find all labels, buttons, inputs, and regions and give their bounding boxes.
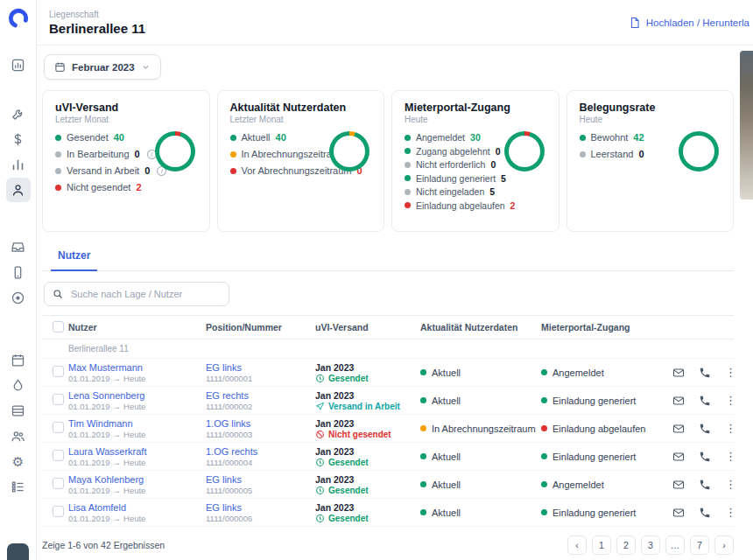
kebab-menu-icon[interactable]: ⋮ — [725, 367, 736, 378]
status-dot — [420, 481, 426, 487]
kebab-menu-icon[interactable]: ⋮ — [725, 479, 736, 490]
nav-calendar-icon[interactable] — [6, 347, 31, 372]
position-link[interactable]: 1.OG rechts — [206, 446, 257, 457]
search-box[interactable] — [44, 282, 229, 306]
status-dot — [230, 151, 236, 158]
card-subtitle: Letzter Monat — [55, 115, 197, 124]
email-icon[interactable] — [672, 423, 685, 435]
status-dot — [420, 369, 426, 375]
table-row[interactable]: Laura Wasserkraft 01.01.2019→Heute 1.OG … — [42, 443, 734, 471]
position-link[interactable]: EG links — [206, 362, 242, 373]
stat-item: Nicht eingeladen5 — [405, 186, 546, 197]
nav-tasks-icon[interactable] — [6, 474, 31, 499]
tenant-name-link[interactable]: Lena Sonnenberg — [68, 390, 144, 401]
stat-cards: uVI-Versand Letzter Monat Gesendet40 In … — [42, 90, 734, 232]
tab-bar: Nutzer — [42, 242, 734, 271]
row-checkbox[interactable] — [53, 450, 64, 461]
status-dot — [230, 135, 236, 141]
nav-devices-icon[interactable] — [6, 260, 31, 284]
col-aktualitaet: Aktualität Nutzerdaten — [420, 322, 541, 332]
email-icon[interactable] — [672, 395, 685, 407]
email-icon[interactable] — [672, 479, 685, 491]
phone-icon[interactable] — [699, 423, 711, 435]
email-icon[interactable] — [672, 451, 685, 463]
nav-table-icon[interactable] — [6, 398, 31, 423]
email-icon[interactable] — [672, 367, 685, 379]
table-header: Nutzer Position/Nummer uVI-Versand Aktua… — [42, 315, 734, 340]
phone-icon[interactable] — [699, 451, 711, 463]
next-page-button[interactable]: › — [714, 536, 734, 555]
row-checkbox[interactable] — [53, 506, 64, 517]
page-button[interactable]: 2 — [616, 536, 636, 555]
tenant-name-link[interactable]: Maya Kohlenberg — [68, 474, 144, 485]
table-row[interactable]: Lisa Atomfeld 01.01.2019→Heute EG links … — [42, 499, 734, 527]
status-dot — [541, 397, 547, 403]
nav-analytics-icon[interactable] — [6, 152, 31, 177]
upload-download-link[interactable]: Hochladen / Herunterla — [629, 17, 749, 29]
table-row[interactable]: Tim Windmann 01.01.2019→Heute 1.OG links… — [42, 415, 734, 443]
phone-icon[interactable] — [699, 395, 711, 407]
row-checkbox[interactable] — [53, 478, 64, 489]
status-dot — [405, 162, 411, 168]
card-mieterportal: Mieterportal-Zugang Heute Angemeldet30 Z… — [391, 90, 559, 232]
status-dot — [420, 397, 426, 403]
tenant-name-link[interactable]: Max Mustermann — [68, 362, 143, 373]
page-button[interactable]: 3 — [641, 536, 660, 555]
status-dot — [55, 168, 61, 174]
nav-tenants-icon[interactable] — [6, 424, 31, 448]
prev-page-button[interactable]: ‹ — [567, 536, 587, 555]
phone-icon[interactable] — [699, 479, 711, 491]
app-logo[interactable] — [7, 7, 30, 30]
arrow-right-icon: → — [113, 514, 122, 523]
table-footer: Zeige 1-6 von 42 Ergebnissen ‹ 1 2 3 … 7… — [42, 536, 734, 555]
nav-settings-icon[interactable]: ⚙ — [6, 449, 31, 473]
status-dot — [580, 151, 586, 158]
send-icon — [315, 402, 325, 411]
row-checkbox[interactable] — [53, 394, 64, 405]
card-subtitle: Heute — [580, 115, 721, 124]
phone-icon[interactable] — [699, 367, 711, 379]
nav-water-icon[interactable] — [6, 373, 31, 397]
status-dot — [580, 135, 586, 141]
table-row[interactable]: Max Mustermann 01.01.2019→Heute EG links… — [42, 359, 734, 387]
row-checkbox[interactable] — [53, 366, 64, 377]
search-input[interactable] — [69, 288, 221, 300]
email-icon[interactable] — [672, 507, 685, 519]
status-dot — [55, 151, 61, 158]
nav-meters-icon[interactable] — [6, 285, 31, 310]
nav-tools-icon[interactable] — [6, 102, 31, 126]
donut-chart — [679, 131, 719, 172]
tab-nutzer[interactable]: Nutzer — [51, 242, 97, 271]
chat-launcher[interactable] — [7, 543, 29, 560]
nav-billing-icon[interactable] — [6, 127, 31, 151]
status-dot — [541, 369, 547, 375]
col-nutzer: Nutzer — [68, 322, 206, 332]
month-filter-button[interactable]: Februar 2023 — [44, 54, 161, 80]
page-button[interactable]: 1 — [592, 536, 611, 555]
position-link[interactable]: EG links — [206, 474, 242, 485]
kebab-menu-icon[interactable]: ⋮ — [725, 451, 736, 462]
tenant-name-link[interactable]: Tim Windmann — [68, 418, 133, 429]
select-all-checkbox[interactable] — [53, 321, 64, 332]
page-button[interactable]: 7 — [690, 536, 709, 555]
kebab-menu-icon[interactable]: ⋮ — [725, 423, 736, 434]
clock-icon — [315, 514, 325, 523]
status-dot — [55, 185, 61, 191]
status-dot — [541, 481, 547, 487]
property-photo-sliver — [740, 51, 753, 200]
table-row[interactable]: Lena Sonnenberg 01.01.2019→Heute EG rech… — [42, 387, 734, 415]
position-link[interactable]: EG rechts — [206, 390, 249, 401]
position-link[interactable]: 1.OG links — [206, 418, 250, 429]
tenant-name-link[interactable]: Lisa Atomfeld — [68, 502, 126, 513]
table-row[interactable]: Maya Kohlenberg 01.01.2019→Heute EG link… — [42, 471, 734, 499]
position-link[interactable]: EG links — [206, 502, 242, 513]
phone-icon[interactable] — [699, 507, 711, 519]
nav-users-icon[interactable] — [6, 178, 31, 202]
status-dot — [541, 509, 547, 515]
tenant-name-link[interactable]: Laura Wasserkraft — [68, 446, 146, 457]
nav-dashboard-icon[interactable] — [6, 52, 31, 77]
row-checkbox[interactable] — [53, 422, 64, 433]
kebab-menu-icon[interactable]: ⋮ — [725, 507, 736, 518]
kebab-menu-icon[interactable]: ⋮ — [725, 395, 736, 406]
nav-inbox-icon[interactable] — [6, 234, 31, 259]
